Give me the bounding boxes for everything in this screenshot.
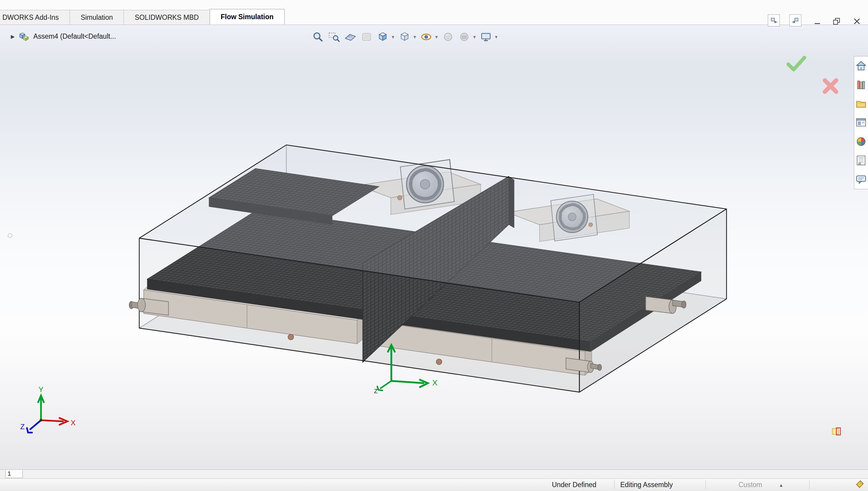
- view-settings-icon: [480, 31, 492, 43]
- drawing-view-icon: [360, 31, 373, 43]
- section-plane-icon: [831, 427, 842, 436]
- tab-flow-simulation[interactable]: Flow Simulation: [210, 9, 285, 25]
- tree-expand-arrow[interactable]: ▸: [11, 32, 15, 41]
- dock-taskpane-button[interactable]: [789, 15, 802, 26]
- design-library-tab[interactable]: [854, 75, 868, 94]
- pane-splitter-handle[interactable]: [8, 233, 12, 238]
- constraint-status: Under Defined: [552, 481, 596, 489]
- center-triad-z-label: Z: [374, 387, 378, 395]
- status-bar: Under Defined Editing Assembly Custom ▴: [0, 479, 868, 491]
- apply-scene-button[interactable]: [458, 30, 471, 44]
- triad-z-label: Z: [20, 423, 25, 431]
- view-orientation-caret[interactable]: ▾: [392, 34, 395, 40]
- apply-scene-caret[interactable]: ▾: [473, 34, 476, 40]
- roller-left[interactable]: [129, 298, 169, 315]
- enclosure-box[interactable]: [139, 145, 726, 392]
- featuremanager-flyout: ▸ Assem4 (Default<Default...: [11, 31, 116, 41]
- custom-properties-tab[interactable]: [854, 151, 868, 170]
- forum-bubble-icon: [855, 173, 867, 185]
- minimize-icon: [813, 17, 822, 26]
- hide-show-items-icon: [420, 31, 432, 43]
- appearances-scenes-tab[interactable]: [854, 132, 868, 151]
- hide-show-items-caret[interactable]: ▾: [435, 34, 438, 40]
- tab-solidworks-add-ins[interactable]: DWORKS Add-Ins: [0, 10, 70, 25]
- confirm-cancel-button[interactable]: [822, 78, 839, 95]
- appearances-ball-icon: [855, 136, 867, 148]
- triad-x-label: X: [71, 419, 76, 427]
- task-pane-tabs: [854, 56, 868, 189]
- edit-appearance-button[interactable]: [441, 30, 455, 44]
- apply-scene-icon: [458, 31, 470, 43]
- view-orientation-button[interactable]: [376, 30, 389, 44]
- viewport-pane-bar: 1: [0, 469, 868, 479]
- zoom-to-area-button[interactable]: [327, 30, 341, 44]
- document-title[interactable]: Assem4 (Default<Default...: [33, 32, 116, 40]
- check-icon: [786, 56, 806, 71]
- solidworks-resources-tab[interactable]: [854, 56, 868, 75]
- graphics-area[interactable]: X Z Y X Z: [0, 0, 868, 491]
- custom-properties-icon: [855, 154, 867, 167]
- design-library-icon: [855, 79, 867, 91]
- restore-button[interactable]: [831, 16, 842, 27]
- view-settings-button[interactable]: [479, 30, 492, 44]
- status-separator: [809, 480, 810, 489]
- reference-triad: Y X Z: [20, 385, 76, 433]
- display-style-button[interactable]: [398, 30, 411, 44]
- configuration-selector[interactable]: Custom: [739, 481, 762, 489]
- confirm-accept-button[interactable]: [786, 56, 806, 73]
- view-palette-icon: [855, 117, 867, 129]
- zoom-to-area-icon: [328, 31, 340, 43]
- triad-y-label: Y: [39, 385, 44, 394]
- display-style-caret[interactable]: ▾: [414, 34, 416, 40]
- commandmanager-tabbar: DWORKS Add-Ins Simulation SOLIDWORKS MBD…: [0, 0, 868, 25]
- view-palette-tab[interactable]: [854, 113, 868, 132]
- assembly-icon: [19, 31, 29, 41]
- section-preview-widget[interactable]: [831, 427, 842, 437]
- close-button[interactable]: [851, 16, 863, 27]
- close-icon: [852, 17, 861, 26]
- section-view-button[interactable]: [344, 30, 357, 44]
- tag-icon: [855, 479, 865, 489]
- view-orientation-icon: [377, 31, 389, 43]
- restore-icon: [832, 17, 841, 26]
- dock-featuremanager-button[interactable]: [768, 15, 780, 26]
- zoom-to-fit-icon: [312, 31, 324, 43]
- folder-icon: [855, 98, 867, 110]
- zoom-to-fit-button[interactable]: [311, 30, 324, 44]
- editing-mode-status: Editing Assembly: [620, 481, 673, 489]
- window-arrow-right-icon: [791, 17, 799, 24]
- drawing-view-button[interactable]: [360, 30, 373, 44]
- configuration-arrow[interactable]: ▴: [780, 482, 783, 488]
- tab-solidworks-mbd[interactable]: SOLIDWORKS MBD: [123, 10, 210, 25]
- minimize-button[interactable]: [812, 16, 823, 27]
- tags-button[interactable]: [855, 479, 865, 491]
- center-triad-x-label: X: [432, 378, 437, 387]
- section-view-icon: [344, 31, 356, 43]
- heads-up-toolbar: ▾ ▾ ▾ ▾ ▾: [311, 30, 498, 44]
- edit-appearance-icon: [442, 31, 454, 43]
- hide-show-items-button[interactable]: [419, 30, 433, 44]
- window-arrow-left-icon: [770, 17, 778, 24]
- status-separator: [705, 480, 706, 489]
- tab-simulation[interactable]: Simulation: [69, 10, 124, 25]
- display-style-icon: [399, 31, 411, 43]
- view-settings-caret[interactable]: ▾: [495, 34, 498, 40]
- file-explorer-tab[interactable]: [854, 94, 868, 113]
- viewport-pane-tab[interactable]: 1: [5, 470, 23, 478]
- solidworks-forum-tab[interactable]: [854, 170, 868, 189]
- cancel-x-icon: [822, 78, 839, 94]
- home-icon: [855, 60, 867, 72]
